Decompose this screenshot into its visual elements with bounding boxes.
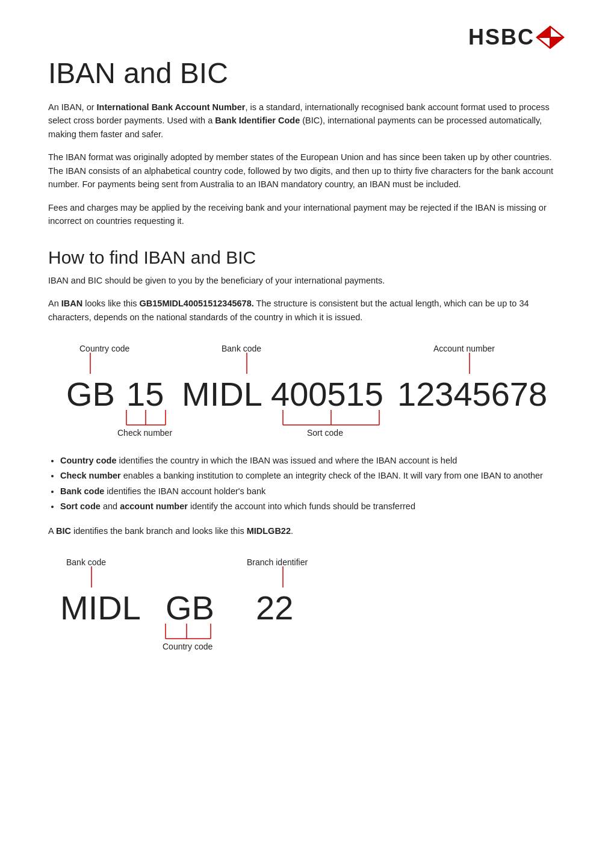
bic-22-value: 22 — [256, 589, 293, 627]
bic-branch-identifier-label: Branch identifier — [247, 557, 308, 567]
bic-gb-value: GB — [166, 589, 214, 627]
iban-400515-value: 400515 — [271, 375, 383, 413]
sort-code-label: Sort code — [307, 428, 343, 438]
bic-diagram-svg: Bank code Branch identifier MIDL GB 22 C… — [48, 554, 421, 657]
iban-15-value: 15 — [126, 375, 164, 413]
account-number-label: Account number — [433, 344, 495, 353]
hsbc-logo-text: HSBC — [468, 25, 535, 50]
iban-midl-value: MIDL — [182, 375, 262, 413]
section-title: How to find IBAN and BIC — [48, 247, 566, 268]
bic-intro-text: A BIC identifies the bank branch and loo… — [48, 524, 566, 538]
bic-bank-code-label: Bank code — [66, 557, 106, 567]
bullet-sort-code: Sort code and account number identify th… — [60, 500, 566, 513]
bic-midl-value: MIDL — [60, 589, 141, 627]
section-intro: IBAN and BIC should be given to you by t… — [48, 274, 566, 287]
bic-diagram: Bank code Branch identifier MIDL GB 22 C… — [48, 554, 566, 659]
iban-12345678-value: 12345678 — [397, 375, 547, 413]
bullet-check-number: Check number enables a banking instituti… — [60, 469, 566, 483]
page-title: IBAN and BIC — [48, 57, 566, 90]
bullet-bank-code: Bank code identifies the IBAN account ho… — [60, 485, 566, 498]
iban-bank-code-label: Bank code — [222, 344, 261, 353]
country-code-label: Country code — [79, 344, 129, 353]
bullet-country-code: Country code identifies the country in w… — [60, 454, 566, 468]
iban-example-text: An IBAN looks like this GB15MIDL40051512… — [48, 297, 566, 324]
iban-diagram-svg: Country code Bank code Account number GB… — [48, 341, 566, 437]
bic-country-code-label: Country code — [163, 642, 212, 651]
intro-paragraph-2: The IBAN format was originally adopted b… — [48, 150, 566, 191]
iban-diagram: Country code Bank code Account number GB… — [48, 341, 566, 439]
check-number-label: Check number — [117, 428, 172, 438]
bullet-list: Country code identifies the country in w… — [60, 454, 566, 513]
hsbc-logo: HSBC — [468, 24, 566, 51]
iban-gb-value: GB — [66, 375, 115, 413]
hsbc-logo-icon — [535, 24, 566, 51]
intro-paragraph-3: Fees and charges may be applied by the r… — [48, 201, 566, 228]
intro-paragraph-1: An IBAN, or International Bank Account N… — [48, 101, 566, 141]
